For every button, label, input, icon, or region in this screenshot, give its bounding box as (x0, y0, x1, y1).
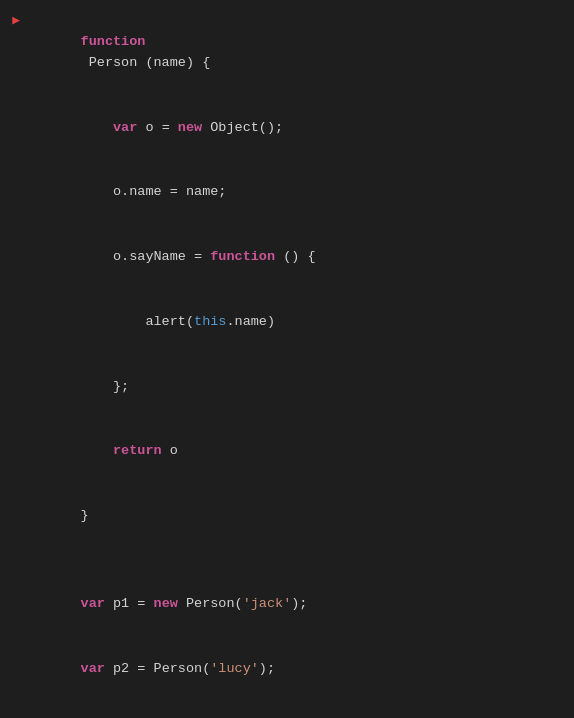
code-line-11: var p2 = Person('lucy'); (0, 637, 574, 702)
code-line-4: o.sayName = function () { (0, 225, 574, 290)
code-content-1: function Person (name) { (28, 11, 574, 95)
code-content-6: }; (28, 356, 574, 419)
code-content-12: console.log(p1) (28, 703, 574, 719)
string-lucy: 'lucy' (210, 661, 259, 676)
code-content-8: } (28, 485, 574, 548)
code-plain-11b: ); (259, 661, 275, 676)
kw-this-5: this (194, 314, 226, 329)
code-content-5: alert(this.name) (28, 291, 574, 354)
code-plain-11: p2 = Person( (105, 661, 210, 676)
code-plain-4: o.sayName = (81, 249, 211, 264)
code-plain-2c: Object(); (202, 120, 283, 135)
kw-new-10: new (154, 596, 178, 611)
line-gutter-1: ▶ (0, 11, 28, 31)
code-plain-2b: o = (137, 120, 178, 135)
code-line-blank (0, 549, 574, 572)
code-plain-2 (81, 120, 113, 135)
code-line-7: return o (0, 420, 574, 485)
kw-var-10: var (81, 596, 105, 611)
code-plain-7b: o (162, 443, 178, 458)
kw-function-4: function (210, 249, 275, 264)
code-plain-8: } (81, 508, 89, 523)
code-line-6: }; (0, 355, 574, 420)
code-line-8: } (0, 484, 574, 549)
code-content-10: var p1 = new Person('jack'); (28, 573, 574, 636)
code-plain-5b: .name) (226, 314, 275, 329)
code-line-1: ▶ function Person (name) { (0, 10, 574, 96)
code-plain-10b: Person( (178, 596, 243, 611)
code-line-12: console.log(p1) (0, 702, 574, 719)
code-content-2: var o = new Object(); (28, 97, 574, 160)
code-plain-5: alert( (81, 314, 194, 329)
code-content-4: o.sayName = function () { (28, 226, 574, 289)
kw-new-2: new (178, 120, 202, 135)
code-plain-10c: ); (291, 596, 307, 611)
code-content-11: var p2 = Person('lucy'); (28, 638, 574, 701)
code-line-5: alert(this.name) (0, 290, 574, 355)
keyword-function: function (81, 34, 146, 49)
code-plain-7 (81, 443, 113, 458)
kw-var-2: var (113, 120, 137, 135)
code-line-2: var o = new Object(); (0, 96, 574, 161)
string-jack: 'jack' (243, 596, 292, 611)
code-content-3: o.name = name; (28, 161, 574, 224)
code-plain-10: p1 = (105, 596, 154, 611)
code-line-10: var p1 = new Person('jack'); (0, 572, 574, 637)
code-plain-6: }; (81, 379, 130, 394)
code-line-3: o.name = name; (0, 160, 574, 225)
code-plain-4b: () { (275, 249, 316, 264)
kw-var-11: var (81, 661, 105, 676)
code-content-7: return o (28, 421, 574, 484)
code-plain-3: o.name = name; (81, 184, 227, 199)
code-editor: ▶ function Person (name) { var o = new O… (0, 0, 574, 718)
code-plain-1: Person (name) { (81, 55, 211, 70)
code-content-blank (28, 550, 574, 571)
kw-return-7: return (113, 443, 162, 458)
